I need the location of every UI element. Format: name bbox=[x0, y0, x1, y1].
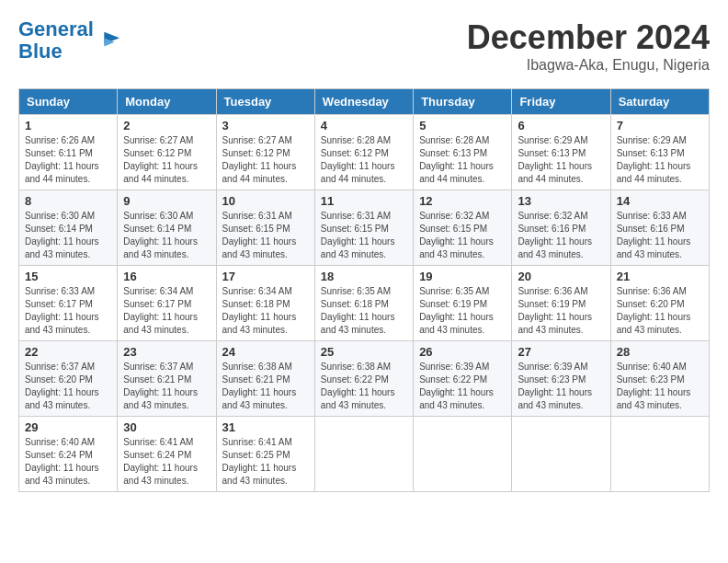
page-header: General Blue December 2024 Ibagwa-Aka, E… bbox=[18, 18, 710, 74]
calendar-cell: 25Sunrise: 6:38 AM Sunset: 6:22 PM Dayli… bbox=[314, 341, 413, 417]
calendar-week-row: 15Sunrise: 6:33 AM Sunset: 6:17 PM Dayli… bbox=[19, 266, 710, 341]
day-number: 8 bbox=[25, 194, 111, 208]
day-info: Sunrise: 6:27 AM Sunset: 6:12 PM Dayligh… bbox=[123, 134, 210, 186]
day-info: Sunrise: 6:41 AM Sunset: 6:24 PM Dayligh… bbox=[123, 436, 210, 488]
weekday-header: Thursday bbox=[414, 89, 512, 115]
day-info: Sunrise: 6:38 AM Sunset: 6:21 PM Dayligh… bbox=[222, 361, 309, 412]
day-number: 2 bbox=[123, 119, 210, 132]
calendar-cell: 31Sunrise: 6:41 AM Sunset: 6:25 PM Dayli… bbox=[216, 417, 314, 492]
weekday-header: Tuesday bbox=[216, 89, 314, 115]
day-info: Sunrise: 6:30 AM Sunset: 6:14 PM Dayligh… bbox=[25, 210, 111, 261]
day-info: Sunrise: 6:38 AM Sunset: 6:22 PM Dayligh… bbox=[321, 361, 407, 412]
day-info: Sunrise: 6:28 AM Sunset: 6:13 PM Dayligh… bbox=[419, 134, 506, 186]
weekday-header: Saturday bbox=[610, 89, 709, 115]
day-number: 27 bbox=[518, 345, 604, 359]
calendar-cell: 3Sunrise: 6:27 AM Sunset: 6:12 PM Daylig… bbox=[216, 115, 314, 190]
day-info: Sunrise: 6:35 AM Sunset: 6:19 PM Dayligh… bbox=[419, 285, 506, 337]
calendar-cell: 2Sunrise: 6:27 AM Sunset: 6:12 PM Daylig… bbox=[118, 115, 216, 190]
calendar-week-row: 8Sunrise: 6:30 AM Sunset: 6:14 PM Daylig… bbox=[19, 190, 710, 266]
day-number: 28 bbox=[617, 345, 703, 359]
calendar-cell: 15Sunrise: 6:33 AM Sunset: 6:17 PM Dayli… bbox=[19, 266, 118, 341]
calendar-cell: 11Sunrise: 6:31 AM Sunset: 6:15 PM Dayli… bbox=[314, 190, 413, 266]
weekday-header: Sunday bbox=[19, 89, 118, 115]
day-number: 3 bbox=[222, 119, 309, 132]
day-info: Sunrise: 6:32 AM Sunset: 6:15 PM Dayligh… bbox=[419, 210, 506, 261]
day-info: Sunrise: 6:36 AM Sunset: 6:19 PM Dayligh… bbox=[518, 285, 604, 337]
calendar-header-row: SundayMondayTuesdayWednesdayThursdayFrid… bbox=[19, 89, 710, 115]
calendar-week-row: 29Sunrise: 6:40 AM Sunset: 6:24 PM Dayli… bbox=[19, 417, 710, 492]
day-info: Sunrise: 6:29 AM Sunset: 6:13 PM Dayligh… bbox=[518, 134, 604, 186]
calendar-cell: 13Sunrise: 6:32 AM Sunset: 6:16 PM Dayli… bbox=[512, 190, 610, 266]
calendar-cell: 17Sunrise: 6:34 AM Sunset: 6:18 PM Dayli… bbox=[216, 266, 314, 341]
day-info: Sunrise: 6:28 AM Sunset: 6:12 PM Dayligh… bbox=[321, 134, 407, 186]
day-number: 9 bbox=[123, 194, 210, 208]
calendar-cell: 7Sunrise: 6:29 AM Sunset: 6:13 PM Daylig… bbox=[610, 115, 709, 190]
day-number: 22 bbox=[25, 345, 111, 359]
day-info: Sunrise: 6:26 AM Sunset: 6:11 PM Dayligh… bbox=[25, 134, 111, 186]
day-info: Sunrise: 6:39 AM Sunset: 6:23 PM Dayligh… bbox=[518, 361, 604, 412]
day-number: 12 bbox=[419, 194, 506, 208]
calendar-table: SundayMondayTuesdayWednesdayThursdayFrid… bbox=[18, 88, 710, 492]
calendar-week-row: 22Sunrise: 6:37 AM Sunset: 6:20 PM Dayli… bbox=[19, 341, 710, 417]
day-info: Sunrise: 6:31 AM Sunset: 6:15 PM Dayligh… bbox=[321, 210, 407, 261]
calendar-cell: 5Sunrise: 6:28 AM Sunset: 6:13 PM Daylig… bbox=[414, 115, 512, 190]
day-info: Sunrise: 6:35 AM Sunset: 6:18 PM Dayligh… bbox=[321, 285, 407, 337]
day-info: Sunrise: 6:29 AM Sunset: 6:13 PM Dayligh… bbox=[617, 134, 703, 186]
day-info: Sunrise: 6:37 AM Sunset: 6:20 PM Dayligh… bbox=[25, 361, 111, 412]
day-number: 30 bbox=[123, 420, 210, 434]
calendar-cell: 14Sunrise: 6:33 AM Sunset: 6:16 PM Dayli… bbox=[610, 190, 709, 266]
calendar-cell: 1Sunrise: 6:26 AM Sunset: 6:11 PM Daylig… bbox=[19, 115, 118, 190]
day-info: Sunrise: 6:37 AM Sunset: 6:21 PM Dayligh… bbox=[123, 361, 210, 412]
day-info: Sunrise: 6:33 AM Sunset: 6:17 PM Dayligh… bbox=[25, 285, 111, 337]
day-number: 7 bbox=[617, 119, 703, 132]
day-number: 19 bbox=[419, 270, 506, 283]
day-number: 18 bbox=[321, 270, 407, 283]
calendar-cell: 27Sunrise: 6:39 AM Sunset: 6:23 PM Dayli… bbox=[512, 341, 610, 417]
day-info: Sunrise: 6:39 AM Sunset: 6:22 PM Dayligh… bbox=[419, 361, 506, 412]
calendar-cell: 4Sunrise: 6:28 AM Sunset: 6:12 PM Daylig… bbox=[314, 115, 413, 190]
calendar-cell: 21Sunrise: 6:36 AM Sunset: 6:20 PM Dayli… bbox=[610, 266, 709, 341]
day-number: 15 bbox=[25, 270, 111, 283]
day-number: 31 bbox=[222, 420, 309, 434]
day-number: 14 bbox=[617, 194, 703, 208]
day-info: Sunrise: 6:32 AM Sunset: 6:16 PM Dayligh… bbox=[518, 210, 604, 261]
day-number: 10 bbox=[222, 194, 309, 208]
calendar-cell: 30Sunrise: 6:41 AM Sunset: 6:24 PM Dayli… bbox=[118, 417, 216, 492]
calendar-cell: 22Sunrise: 6:37 AM Sunset: 6:20 PM Dayli… bbox=[19, 341, 118, 417]
logo: General Blue bbox=[18, 18, 121, 63]
calendar-cell: 26Sunrise: 6:39 AM Sunset: 6:22 PM Dayli… bbox=[414, 341, 512, 417]
calendar-cell: 23Sunrise: 6:37 AM Sunset: 6:21 PM Dayli… bbox=[118, 341, 216, 417]
calendar-cell: 19Sunrise: 6:35 AM Sunset: 6:19 PM Dayli… bbox=[414, 266, 512, 341]
day-number: 4 bbox=[321, 119, 407, 132]
day-number: 11 bbox=[321, 194, 407, 208]
calendar-cell bbox=[610, 417, 709, 492]
day-info: Sunrise: 6:30 AM Sunset: 6:14 PM Dayligh… bbox=[123, 210, 210, 261]
calendar-cell: 9Sunrise: 6:30 AM Sunset: 6:14 PM Daylig… bbox=[118, 190, 216, 266]
calendar-week-row: 1Sunrise: 6:26 AM Sunset: 6:11 PM Daylig… bbox=[19, 115, 710, 190]
day-number: 16 bbox=[123, 270, 210, 283]
weekday-header: Friday bbox=[512, 89, 610, 115]
day-number: 5 bbox=[419, 119, 506, 132]
day-number: 13 bbox=[518, 194, 604, 208]
calendar-cell: 10Sunrise: 6:31 AM Sunset: 6:15 PM Dayli… bbox=[216, 190, 314, 266]
weekday-header: Wednesday bbox=[314, 89, 413, 115]
day-number: 17 bbox=[222, 270, 309, 283]
calendar-cell: 24Sunrise: 6:38 AM Sunset: 6:21 PM Dayli… bbox=[216, 341, 314, 417]
day-info: Sunrise: 6:34 AM Sunset: 6:18 PM Dayligh… bbox=[222, 285, 309, 337]
day-number: 1 bbox=[25, 119, 111, 132]
day-number: 6 bbox=[518, 119, 604, 132]
day-number: 29 bbox=[25, 420, 111, 434]
title-block: December 2024 Ibagwa-Aka, Enugu, Nigeria bbox=[467, 18, 710, 74]
location: Ibagwa-Aka, Enugu, Nigeria bbox=[467, 57, 710, 74]
logo-text: General Blue bbox=[18, 18, 94, 63]
day-number: 23 bbox=[123, 345, 210, 359]
calendar-cell: 16Sunrise: 6:34 AM Sunset: 6:17 PM Dayli… bbox=[118, 266, 216, 341]
day-info: Sunrise: 6:36 AM Sunset: 6:20 PM Dayligh… bbox=[617, 285, 703, 337]
day-info: Sunrise: 6:40 AM Sunset: 6:23 PM Dayligh… bbox=[617, 361, 703, 412]
day-info: Sunrise: 6:41 AM Sunset: 6:25 PM Dayligh… bbox=[222, 436, 309, 488]
day-number: 20 bbox=[518, 270, 604, 283]
calendar-cell bbox=[512, 417, 610, 492]
month-title: December 2024 bbox=[467, 18, 710, 57]
calendar-cell: 28Sunrise: 6:40 AM Sunset: 6:23 PM Dayli… bbox=[610, 341, 709, 417]
calendar-cell: 20Sunrise: 6:36 AM Sunset: 6:19 PM Dayli… bbox=[512, 266, 610, 341]
